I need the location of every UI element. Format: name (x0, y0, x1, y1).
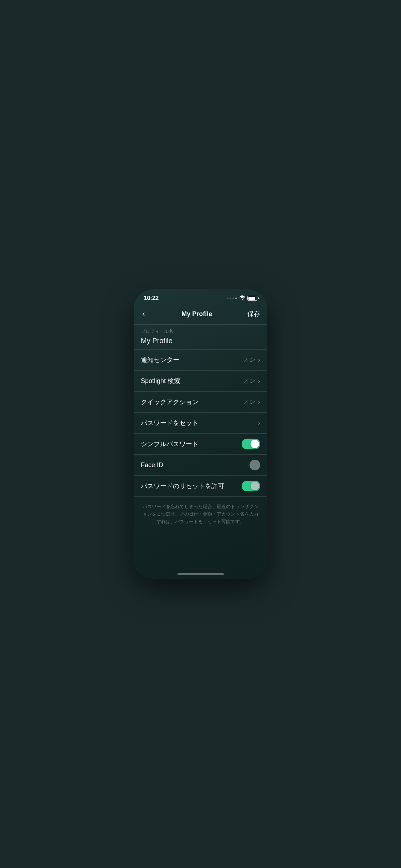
row-set-password[interactable]: パスワードをセット › (134, 413, 267, 433)
profile-field-label: プロフィール名 (141, 328, 260, 335)
battery-icon (247, 296, 257, 301)
quick-actions-right: オン › (244, 398, 260, 406)
profile-name-section: プロフィール名 My Profile (134, 325, 267, 349)
status-time: 10:22 (144, 295, 159, 302)
info-text: パスワードを忘れてしまった場合、最近のトランザクションを１つ選び、その日付・金額… (134, 497, 267, 532)
nav-bar: ‹ My Profile 保存 (134, 305, 267, 324)
row-spotlight-search[interactable]: Spotlight 検索 オン › (134, 371, 267, 391)
back-button[interactable]: ‹ (141, 308, 146, 320)
spotlight-search-value: オン (244, 377, 255, 385)
chevron-icon: › (258, 377, 260, 385)
home-indicator (178, 573, 224, 575)
row-notification-center[interactable]: 通知センター オン › (134, 350, 267, 370)
row-face-id: Face ID (134, 455, 267, 475)
notification-center-right: オン › (244, 356, 260, 364)
profile-field-value[interactable]: My Profile (141, 337, 260, 349)
save-button[interactable]: 保存 (247, 310, 260, 318)
nav-title: My Profile (181, 310, 212, 318)
quick-actions-value: オン (244, 398, 255, 406)
notification-center-value: オン (244, 356, 255, 364)
spotlight-search-right: オン › (244, 377, 260, 385)
allow-password-reset-label: パスワードのリセットを許可 (141, 482, 224, 490)
notification-center-label: 通知センター (141, 356, 179, 364)
toggle-thumb (251, 482, 259, 490)
toggle-thumb (251, 440, 259, 448)
set-password-label: パスワードをセット (141, 419, 199, 427)
simple-password-toggle[interactable] (242, 439, 260, 449)
status-bar: 10:22 (134, 289, 267, 305)
chevron-icon: › (258, 419, 260, 427)
simple-password-label: シンプルパスワード (141, 440, 199, 448)
set-password-right: › (258, 419, 260, 427)
face-id-toggle[interactable] (250, 460, 260, 470)
row-quick-actions[interactable]: クイックアクション オン › (134, 392, 267, 412)
allow-password-reset-toggle[interactable] (242, 481, 260, 491)
chevron-icon: › (258, 398, 260, 406)
quick-actions-label: クイックアクション (141, 398, 199, 406)
face-id-label: Face ID (141, 461, 163, 469)
row-allow-password-reset: パスワードのリセットを許可 (134, 476, 267, 496)
row-simple-password: シンプルパスワード (134, 434, 267, 454)
phone-frame: 10:22 ‹ My Profile 保存 プロフィール名 (134, 289, 267, 579)
signal-icon (227, 298, 237, 299)
chevron-icon: › (258, 356, 260, 364)
status-icons (227, 295, 257, 301)
wifi-icon (239, 295, 245, 301)
spotlight-search-label: Spotlight 検索 (141, 377, 180, 385)
